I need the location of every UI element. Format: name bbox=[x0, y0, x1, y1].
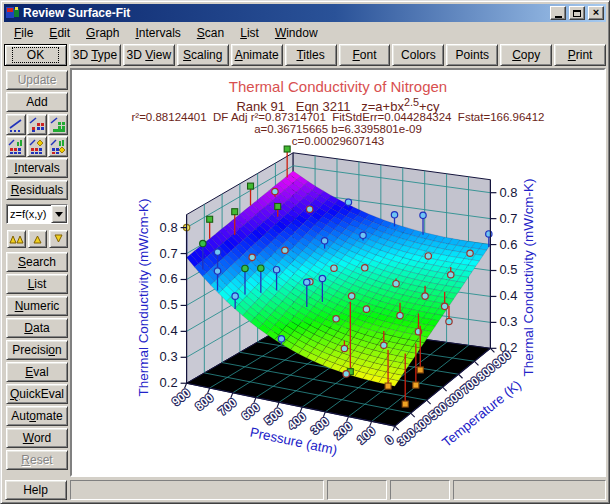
graph-diamond-button[interactable] bbox=[27, 136, 47, 157]
svg-text:0.4: 0.4 bbox=[160, 323, 178, 338]
svg-text:Thermal Conductivity (mW/cm-K): Thermal Conductivity (mW/cm-K) bbox=[136, 198, 151, 396]
menu-intervals[interactable]: Intervals bbox=[127, 24, 188, 42]
plot-area: Thermal Conductivity of Nitrogen Rank 91… bbox=[70, 68, 606, 477]
automate-button[interactable]: Automate bbox=[6, 406, 68, 426]
eval-button[interactable]: Eval bbox=[6, 362, 68, 382]
word-button[interactable]: Word bbox=[6, 428, 68, 448]
minimize-icon bbox=[555, 16, 562, 18]
svg-text:700: 700 bbox=[216, 396, 238, 417]
search-button[interactable]: Search bbox=[6, 252, 68, 272]
ok-button[interactable]: OK bbox=[4, 44, 67, 66]
main-area: Update Add Intervals Residuals z=f(x,y) bbox=[4, 68, 606, 479]
down-triangle-icon bbox=[53, 234, 64, 244]
surface-plot-canvas: 0.80.80.70.70.60.60.50.50.40.40.30.30.20… bbox=[72, 70, 604, 475]
menu-scan[interactable]: Scan bbox=[189, 24, 232, 42]
chevron-down-icon bbox=[55, 212, 63, 217]
menu-bar: File Edit Graph Intervals Scan List Wind… bbox=[4, 22, 606, 43]
line-bars-diamond-icon bbox=[50, 139, 66, 155]
3d-type-button[interactable]: 3D Type bbox=[69, 44, 121, 66]
title-bar: Review Surface-Fit × bbox=[4, 4, 606, 22]
svg-text:0.8: 0.8 bbox=[160, 220, 178, 235]
status-panel-2 bbox=[327, 480, 387, 500]
graph-data-button[interactable] bbox=[27, 114, 47, 135]
intervals-button[interactable]: Intervals bbox=[6, 158, 68, 178]
graph-icon-row-1 bbox=[6, 114, 68, 135]
line-graph-green-table-icon bbox=[50, 117, 66, 133]
svg-text:500: 500 bbox=[262, 405, 284, 426]
residuals-button[interactable]: Residuals bbox=[6, 180, 68, 200]
menu-edit[interactable]: Edit bbox=[41, 24, 78, 42]
svg-text:0.2: 0.2 bbox=[160, 375, 178, 390]
svg-text:800: 800 bbox=[193, 391, 215, 412]
review-surface-fit-window: Review Surface-Fit × File Edit Graph Int… bbox=[0, 0, 610, 504]
svg-text:Temperature (K): Temperature (K) bbox=[439, 377, 524, 450]
print-button[interactable]: Print bbox=[554, 44, 606, 66]
line-graph-table-icon bbox=[29, 117, 45, 133]
numeric-button[interactable]: Numeric bbox=[6, 296, 68, 316]
status-panel-1 bbox=[70, 480, 324, 500]
colors-button[interactable]: Colors bbox=[392, 44, 444, 66]
fit-function-value: z=f(x,y) bbox=[7, 205, 51, 223]
down-triangle-button[interactable] bbox=[49, 230, 68, 248]
quickeval-button[interactable]: QuickEval bbox=[6, 384, 68, 404]
fit-function-select[interactable]: z=f(x,y) bbox=[6, 204, 68, 224]
svg-text:Thermal Conductivity (mW/cm-K): Thermal Conductivity (mW/cm-K) bbox=[521, 178, 536, 376]
svg-text:0.5: 0.5 bbox=[160, 297, 178, 312]
line-diamond-table-icon bbox=[29, 139, 45, 155]
status-panel-4 bbox=[453, 480, 606, 500]
svg-text:0.6: 0.6 bbox=[160, 271, 178, 286]
copy-button[interactable]: Copy bbox=[500, 44, 552, 66]
line-graph-icon bbox=[8, 117, 24, 133]
svg-text:100: 100 bbox=[355, 425, 377, 446]
up-triangle-button[interactable] bbox=[28, 230, 47, 248]
menu-file[interactable]: File bbox=[6, 24, 41, 42]
svg-text:300: 300 bbox=[309, 415, 331, 436]
minimize-button[interactable] bbox=[550, 6, 566, 20]
graph-bars-diamond-button[interactable] bbox=[48, 136, 68, 157]
sidebar: Update Add Intervals Residuals z=f(x,y) bbox=[4, 68, 70, 479]
status-panel-3 bbox=[390, 480, 450, 500]
points-button[interactable]: Points bbox=[446, 44, 498, 66]
svg-text:0.8: 0.8 bbox=[499, 185, 517, 200]
help-button[interactable]: Help bbox=[5, 480, 67, 500]
menu-graph[interactable]: Graph bbox=[78, 24, 127, 42]
window-title: Review Surface-Fit bbox=[23, 6, 547, 20]
graph-bars-button[interactable] bbox=[6, 136, 26, 157]
svg-text:0.6: 0.6 bbox=[499, 237, 517, 252]
line-bars-table-icon bbox=[8, 139, 24, 155]
titles-button[interactable]: Titles bbox=[285, 44, 337, 66]
svg-text:400: 400 bbox=[286, 410, 308, 431]
double-up-triangle-icon bbox=[9, 234, 24, 244]
fit-function-dropdown-button[interactable] bbox=[51, 205, 67, 223]
maximize-icon bbox=[573, 10, 581, 17]
animate-button[interactable]: Animate bbox=[231, 44, 283, 66]
svg-text:0.3: 0.3 bbox=[499, 314, 517, 329]
reset-button: Reset bbox=[6, 450, 68, 470]
scaling-button[interactable]: Scaling bbox=[177, 44, 229, 66]
svg-text:0.7: 0.7 bbox=[499, 211, 517, 226]
3d-view-button[interactable]: 3D View bbox=[123, 44, 175, 66]
app-icon bbox=[6, 6, 20, 20]
equation-step-buttons bbox=[7, 230, 68, 248]
status-bar: Help bbox=[4, 479, 606, 500]
up-triangle-icon bbox=[32, 234, 43, 244]
menu-window[interactable]: Window bbox=[267, 24, 326, 42]
list-button[interactable]: List bbox=[6, 274, 68, 294]
double-up-triangle-button[interactable] bbox=[7, 230, 26, 248]
graph-icon-row-2 bbox=[6, 136, 68, 157]
graph-only-button[interactable] bbox=[6, 114, 26, 135]
font-button[interactable]: Font bbox=[339, 44, 391, 66]
svg-text:0.7: 0.7 bbox=[160, 246, 178, 261]
close-button[interactable]: × bbox=[588, 6, 604, 20]
data-button[interactable]: Data bbox=[6, 318, 68, 338]
maximize-button[interactable] bbox=[569, 6, 585, 20]
svg-text:200: 200 bbox=[332, 420, 354, 441]
menu-list[interactable]: List bbox=[232, 24, 267, 42]
close-icon: × bbox=[593, 7, 599, 18]
update-button: Update bbox=[6, 70, 68, 90]
graph-green-table-button[interactable] bbox=[48, 114, 68, 135]
svg-text:0.3: 0.3 bbox=[160, 349, 178, 364]
add-button[interactable]: Add bbox=[6, 92, 68, 112]
svg-text:600: 600 bbox=[239, 401, 261, 422]
precision-button[interactable]: Precision bbox=[6, 340, 68, 360]
